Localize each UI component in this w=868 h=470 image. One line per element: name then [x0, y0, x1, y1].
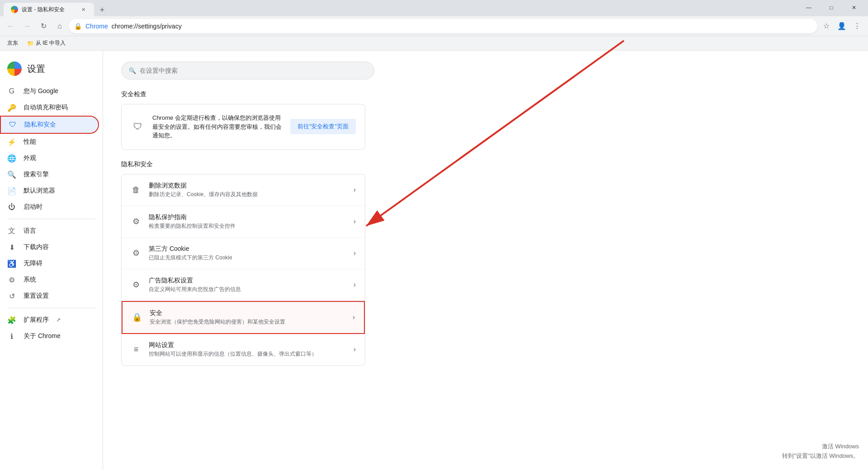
- tab-close-button[interactable]: ✕: [80, 6, 87, 13]
- toolbar: ← → ↻ ⌂ 🔒 Chrome chrome://settings/priva…: [0, 16, 868, 36]
- lock-icon: 🔒: [74, 23, 82, 30]
- close-button[interactable]: ✕: [844, 1, 864, 14]
- privacy-item-site-settings[interactable]: ≡ 网站设置 控制网站可以使用和显示的信息（位置信息、摄像头、弹出式窗口等） ›: [122, 334, 365, 365]
- tab-favicon: [11, 6, 18, 13]
- power-icon: ⏻: [7, 202, 16, 212]
- sidebar-item-system[interactable]: ⚙ 系统: [0, 272, 99, 288]
- refresh-button[interactable]: ↻: [36, 19, 51, 33]
- arrow-icon-3: ›: [354, 281, 356, 289]
- windows-activation-line2: 转到"设置"以激活 Windows。: [782, 451, 859, 461]
- sidebar-item-appearance-label: 外观: [24, 154, 36, 162]
- privacy-list: 🗑 删除浏览数据 删除历史记录、Cookie、缓存内容及其他数据 › ⚙ 隐私保…: [121, 174, 365, 366]
- sidebar-item-privacy-label: 隐私和安全: [24, 121, 56, 129]
- privacy-item-guide[interactable]: ⚙ 隐私保护指南 检查重要的隐私控制设置和安全控件 ›: [122, 206, 365, 238]
- sidebar-item-search-label: 搜索引擎: [24, 170, 49, 179]
- safety-check-button[interactable]: 前往"安全检查"页面: [290, 119, 356, 134]
- privacy-item-ad-text: 广告隐私权设置 自定义网站可用来向您投放广告的信息: [149, 277, 346, 293]
- privacy-item-security[interactable]: 🔒 安全 安全浏览（保护您免受危险网站的侵害）和某他安全设置 ›: [122, 301, 365, 334]
- sidebar-item-startup-label: 启动时: [24, 203, 42, 211]
- sidebar-title: 设置: [27, 63, 45, 75]
- sidebar-item-appearance[interactable]: 🌐 外观: [0, 150, 99, 166]
- system-icon: ⚙: [7, 275, 16, 284]
- bookmark-ie-import[interactable]: 📁 从 IE 中导入: [24, 38, 69, 49]
- sidebar-item-default-browser-label: 默认浏览器: [24, 187, 55, 195]
- folder-icon: 📁: [27, 40, 34, 47]
- sidebar-item-extensions[interactable]: 🧩 扩展程序 ↗: [0, 312, 99, 328]
- sidebar-item-downloads[interactable]: ⬇ 下载内容: [0, 239, 99, 255]
- windows-activation: 激活 Windows 转到"设置"以激活 Windows。: [782, 442, 859, 461]
- windows-activation-line1: 激活 Windows: [782, 442, 859, 451]
- sidebar-item-performance-label: 性能: [24, 138, 36, 146]
- site-settings-icon: ≡: [131, 344, 142, 355]
- browser-icon: 📄: [7, 186, 16, 195]
- language-icon: 文: [7, 226, 16, 235]
- sidebar-item-autofill[interactable]: 🔑 自动填充和密码: [0, 99, 99, 116]
- settings-search-box[interactable]: 🔍: [121, 61, 374, 80]
- arrow-icon-2: ›: [354, 249, 356, 257]
- sidebar-item-google-label: 您与 Google: [24, 87, 58, 95]
- browser-tab[interactable]: 设置 - 隐私和安全 ✕: [4, 3, 94, 16]
- arrow-icon-1: ›: [354, 217, 356, 226]
- privacy-item-security-text: 安全 安全浏览（保护您免受危险网站的侵害）和某他安全设置: [150, 309, 345, 326]
- sidebar-item-privacy[interactable]: 🛡 隐私和安全: [0, 116, 99, 134]
- privacy-item-cookie-text: 第三方 Cookie 已阻止无痕模式下的第三方 Cookie: [149, 245, 346, 262]
- privacy-item-ad[interactable]: ⚙ 广告隐私权设置 自定义网站可用来向您投放广告的信息 ›: [122, 269, 365, 301]
- sidebar-item-system-label: 系统: [24, 276, 36, 284]
- lock-security-icon: 🔒: [132, 312, 142, 323]
- home-button[interactable]: ⌂: [52, 19, 67, 33]
- privacy-item-site-settings-title: 网站设置: [149, 341, 346, 349]
- safety-check-card: 🛡 Chrome 会定期进行检查，以确保您的浏览器使用最安全的设置。如有任何内容…: [121, 104, 365, 150]
- search-icon: 🔍: [129, 67, 136, 74]
- privacy-item-clear-data-text: 删除浏览数据 删除历史记录、Cookie、缓存内容及其他数据: [149, 182, 346, 198]
- sidebar-item-language[interactable]: 文 语言: [0, 223, 99, 239]
- sidebar-item-accessibility[interactable]: ♿ 无障碍: [0, 255, 99, 272]
- privacy-item-clear-data[interactable]: 🗑 删除浏览数据 删除历史记录、Cookie、缓存内容及其他数据 ›: [122, 174, 365, 206]
- toolbar-right: ☆ 👤 ⋮: [819, 19, 864, 33]
- sidebar-item-language-label: 语言: [24, 227, 36, 235]
- content-area: 🔍 安全检查 🛡 Chrome 会定期进行检查，以确保您的浏览器使用最安全的设置…: [103, 51, 868, 470]
- sidebar-item-autofill-label: 自动填充和密码: [24, 103, 68, 112]
- minimize-button[interactable]: —: [798, 1, 819, 14]
- privacy-item-guide-desc: 检查重要的隐私控制设置和安全控件: [149, 222, 346, 230]
- bookmark-button[interactable]: ☆: [819, 19, 834, 33]
- search-input[interactable]: [140, 67, 367, 74]
- sidebar-item-about[interactable]: ℹ 关于 Chrome: [0, 328, 99, 344]
- shield-icon: 🛡: [8, 120, 17, 129]
- bookmark-ie-import-label: 从 IE 中导入: [36, 39, 66, 47]
- sidebar-item-performance[interactable]: ⚡ 性能: [0, 134, 99, 150]
- sidebar-item-search[interactable]: 🔍 搜索引擎: [0, 166, 99, 183]
- bookmark-jd[interactable]: 京东: [4, 38, 22, 49]
- privacy-item-ad-desc: 自定义网站可用来向您投放广告的信息: [149, 286, 346, 293]
- forward-button[interactable]: →: [20, 19, 34, 33]
- sidebar-item-reset-label: 重置设置: [24, 292, 49, 300]
- safety-shield-icon: 🛡: [131, 119, 145, 134]
- sidebar-item-default-browser[interactable]: 📄 默认浏览器: [0, 183, 99, 199]
- arrow-icon-4: ›: [353, 313, 355, 321]
- sidebar-item-startup[interactable]: ⏻ 启动时: [0, 199, 99, 215]
- sidebar-item-downloads-label: 下载内容: [24, 243, 49, 251]
- privacy-section-title: 隐私和安全: [121, 160, 850, 169]
- profile-button[interactable]: 👤: [835, 19, 849, 33]
- maximize-button[interactable]: □: [821, 1, 842, 14]
- arrow-icon-0: ›: [354, 186, 356, 194]
- ad-icon: ⚙: [131, 279, 142, 290]
- bookmarks-bar: 京东 📁 从 IE 中导入: [0, 36, 868, 51]
- sidebar-item-reset[interactable]: ↺ 重置设置: [0, 288, 99, 304]
- sidebar-item-about-label: 关于 Chrome: [24, 332, 61, 340]
- guide-icon: ⚙: [131, 216, 142, 227]
- privacy-item-clear-data-desc: 删除历史记录、Cookie、缓存内容及其他数据: [149, 191, 346, 198]
- address-bar[interactable]: 🔒 Chrome chrome://settings/privacy: [69, 19, 817, 33]
- trash-icon: 🗑: [131, 184, 142, 195]
- menu-button[interactable]: ⋮: [850, 19, 864, 33]
- arrow-icon-5: ›: [354, 345, 356, 353]
- new-tab-button[interactable]: +: [96, 4, 108, 16]
- extensions-icon: 🧩: [7, 315, 16, 324]
- back-button[interactable]: ←: [4, 19, 18, 33]
- info-icon: ℹ: [7, 332, 16, 341]
- google-icon: G: [7, 87, 16, 96]
- sidebar-item-google[interactable]: G 您与 Google: [0, 83, 99, 99]
- window-controls: — □ ✕: [798, 1, 864, 16]
- privacy-item-cookie[interactable]: ⚙ 第三方 Cookie 已阻止无痕模式下的第三方 Cookie ›: [122, 238, 365, 269]
- search-icon: 🔍: [7, 170, 16, 179]
- chrome-brand-text: Chrome: [85, 23, 108, 30]
